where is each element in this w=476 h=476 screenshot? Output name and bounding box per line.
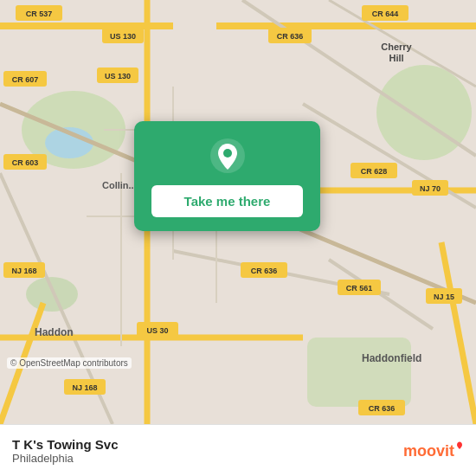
svg-text:US 130: US 130 [110,32,136,41]
svg-text:CR 603: CR 603 [12,158,39,167]
svg-text:US 130: US 130 [105,72,131,80]
svg-text:NJ 168: NJ 168 [11,267,36,275]
svg-point-2 [376,65,472,160]
moovit-logo: moovit [403,439,464,463]
svg-text:CR 636: CR 636 [369,404,396,413]
map-attribution: © OpenStreetMap contributors [7,357,132,369]
svg-text:CR 636: CR 636 [277,32,304,41]
svg-text:CR 636: CR 636 [251,267,278,275]
take-me-there-button[interactable]: Take me there [151,185,303,217]
business-name: T K's Towing Svc [12,437,118,452]
svg-text:CR 628: CR 628 [361,167,388,176]
business-info: T K's Towing Svc Philadelphia [12,437,118,465]
svg-text:CR 607: CR 607 [12,75,39,84]
location-pin-icon [209,137,247,175]
svg-point-4 [26,277,78,312]
svg-text:NJ 168: NJ 168 [72,383,97,392]
bottom-bar: T K's Towing Svc Philadelphia moovit [0,424,476,476]
svg-text:Haddon: Haddon [35,326,74,338]
svg-text:US 30: US 30 [146,326,168,335]
svg-rect-3 [307,338,411,407]
map-container: CR 537 CR 644 US 130 CR 636 CR 607 US 13… [0,0,476,424]
svg-text:Hill: Hill [389,53,403,63]
svg-point-63 [223,149,232,158]
svg-text:CR 537: CR 537 [26,10,53,18]
location-card: Take me there [134,121,320,231]
svg-text:CR 644: CR 644 [372,10,399,18]
svg-text:Collin...: Collin... [102,180,137,190]
svg-text:moovit: moovit [403,442,454,460]
city-name: Philadelphia [12,452,118,465]
svg-text:NJ 70: NJ 70 [420,184,441,193]
svg-text:Haddonfield: Haddonfield [362,352,421,364]
svg-text:Cherry: Cherry [381,42,412,52]
svg-text:CR 561: CR 561 [346,284,373,293]
svg-text:NJ 15: NJ 15 [434,293,454,301]
